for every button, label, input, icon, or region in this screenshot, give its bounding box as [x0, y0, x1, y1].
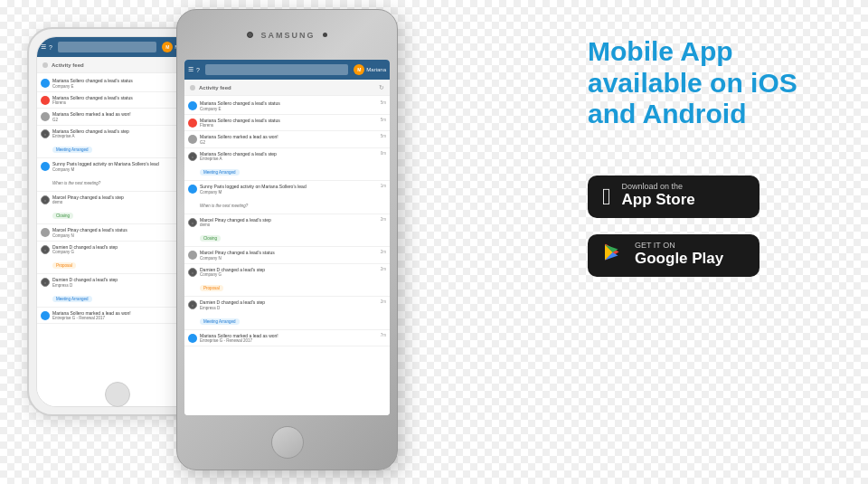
- activity-icon: [41, 311, 50, 320]
- activity-content: Mariana Sollero marked a lead as won!G2: [52, 111, 186, 122]
- samsung-status-dot: [190, 85, 195, 90]
- app-store-button[interactable]:  Download on the App Store: [588, 176, 760, 218]
- activity-icon: [188, 185, 197, 194]
- activity-icon: [188, 119, 197, 128]
- samsung-refresh-icon: ↻: [379, 84, 384, 91]
- activity-content: Damien D changed a lead's stepCompany GP…: [200, 267, 378, 294]
- activity-tag: Proposal: [200, 285, 223, 291]
- activity-content: Mariana Sollero marked a lead as won!Ent…: [200, 333, 378, 344]
- google-play-text: GET IT ON Google Play: [635, 242, 723, 268]
- activity-sub: Empress D: [52, 283, 186, 288]
- app-store-text: Download on the App Store: [622, 183, 695, 209]
- section-title: Activity feed: [52, 62, 84, 68]
- activity-tag: Closing: [52, 213, 73, 219]
- samsung-screen: ☰ ? M Mariana Activity feed ↻: [184, 60, 390, 415]
- samsung-top-bar: SAMSUNG: [177, 10, 397, 60]
- activity-tag: When is the next meeting?: [200, 204, 248, 208]
- google-play-button[interactable]: GET IT ON Google Play: [588, 234, 760, 277]
- menu-icon: ☰: [41, 43, 46, 51]
- activity-content: Mariana Sollero marked a lead as won!Ent…: [52, 310, 186, 321]
- activity-sub: G2: [200, 140, 378, 145]
- activity-content: Marcel Pinay changed a lead's stepdemoCl…: [200, 217, 378, 244]
- activity-item: Mariana Sollero changed a lead's statusF…: [37, 92, 198, 109]
- samsung-menu-icon: ☰: [188, 66, 193, 73]
- samsung-bottom-bar: [177, 415, 397, 470]
- activity-sub: Company E: [52, 84, 186, 89]
- activity-content: Marcel Pinay changed a lead's statusComp…: [200, 250, 378, 261]
- activity-sub: Entreprise A: [52, 134, 186, 138]
- activity-item: Sunny Paris logged activity on Mariana S…: [37, 158, 198, 192]
- iphone-app-screen: ☰ ? M Mariana Activity feed ↻: [37, 37, 198, 406]
- activity-sub: Company G: [200, 272, 378, 277]
- activity-sub: demo: [52, 200, 186, 204]
- samsung-activity-list: Mariana Sollero changed a lead's statusC…: [184, 96, 390, 348]
- activity-sub: Empress D: [200, 306, 378, 310]
- apple-icon: : [602, 183, 611, 211]
- iphone-activity-list: Mariana Sollero changed a lead's statusC…: [37, 73, 198, 326]
- google-play-icon: [602, 242, 624, 270]
- app-store-sub-label: Download on the: [622, 183, 695, 191]
- headline-line3: and Android: [588, 99, 850, 130]
- activity-icon: [41, 112, 50, 121]
- activity-item: »Damien D changed a lead's stepCompany G…: [184, 264, 390, 298]
- activity-sub: Florens: [52, 100, 186, 105]
- activity-time: 5m: [381, 134, 386, 138]
- iphone-home-button[interactable]: [105, 382, 130, 407]
- activity-content: Mariana Sollero changed a lead's stepEnt…: [200, 151, 378, 178]
- activity-sub: Company E: [200, 107, 378, 111]
- activity-icon: »: [41, 245, 50, 254]
- activity-icon: [188, 251, 197, 260]
- activity-item: »Damien D changed a lead's stepCompany G…: [37, 242, 198, 275]
- samsung-user-avatar: M Mariana: [354, 64, 386, 75]
- activity-time: 2m: [381, 217, 386, 222]
- activity-item: »Marcel Pinay changed a lead's stepdemoC…: [37, 192, 198, 225]
- activity-item: Marcel Pinay changed a lead's statusComp…: [37, 224, 198, 242]
- activity-item: Mariana Sollero changed a lead's statusC…: [184, 98, 390, 115]
- activity-tag: Closing: [200, 235, 221, 242]
- samsung-mockup: SAMSUNG ☰ ? M Mariana: [176, 9, 398, 470]
- avatar-circle: M: [162, 42, 173, 52]
- samsung-app-screen: ☰ ? M Mariana Activity feed ↻: [184, 60, 390, 415]
- samsung-home-button[interactable]: [271, 426, 304, 459]
- activity-time: 5m: [381, 100, 386, 105]
- activity-content: Mariana Sollero marked a lead as won!G2: [200, 134, 378, 145]
- activity-content: Mariana Sollero changed a lead's statusF…: [200, 118, 378, 128]
- samsung-help-icon: ?: [196, 67, 200, 73]
- activity-sub: Entreprise G - Renewal 2017: [200, 338, 378, 343]
- activity-icon: [41, 79, 50, 88]
- app-store-name-label: App Store: [622, 191, 695, 209]
- activity-item: Sunny Paris logged activity on Mariana S…: [184, 181, 390, 214]
- activity-sub: Company N: [52, 233, 186, 238]
- activity-icon: [188, 135, 197, 144]
- activity-time: 1m: [381, 184, 386, 188]
- headline-line2: available on iOS: [588, 68, 850, 100]
- activity-sub: Company M: [52, 167, 186, 172]
- headline-line1: Mobile App: [588, 36, 850, 68]
- phones-area: ☰ ? M Mariana Activity feed ↻: [0, 0, 579, 484]
- activity-icon: »: [188, 268, 197, 277]
- activity-sub: Company G: [52, 250, 186, 254]
- activity-item: Mariana Sollero marked a lead as won!G25…: [37, 109, 198, 126]
- activity-content: Damien D changed a lead's stepEmpress DM…: [52, 277, 186, 304]
- status-dot: [42, 62, 48, 68]
- section-header: Activity feed ↻: [37, 57, 198, 73]
- iphone-screen: ☰ ? M Mariana Activity feed ↻: [36, 36, 199, 407]
- right-panel: Mobile App available on iOS and Android …: [579, 0, 868, 484]
- activity-content: Sunny Paris logged activity on Mariana S…: [52, 161, 186, 188]
- activity-icon: [188, 334, 197, 343]
- activity-content: Mariana Sollero changed a lead's stepEnt…: [52, 128, 186, 156]
- samsung-section-title: Activity feed: [199, 85, 231, 90]
- activity-icon: »: [41, 129, 50, 138]
- activity-item: »Mariana Sollero changed a lead's stepEn…: [37, 126, 198, 159]
- activity-icon: [41, 228, 50, 237]
- samsung-brand-label: SAMSUNG: [260, 31, 315, 40]
- activity-icon: [41, 96, 50, 105]
- samsung-user-name: Mariana: [366, 67, 386, 72]
- activity-content: Damien D changed a lead's stepCompany GP…: [52, 244, 186, 271]
- activity-icon: »: [188, 300, 197, 309]
- activity-item: »Damien D changed a lead's stepEmpress D…: [184, 297, 390, 330]
- activity-content: Mariana Sollero changed a lead's statusC…: [52, 78, 186, 89]
- activity-content: Mariana Sollero changed a lead's statusF…: [52, 95, 186, 106]
- activity-sub: Company M: [200, 190, 378, 195]
- activity-tag: Proposal: [52, 262, 76, 269]
